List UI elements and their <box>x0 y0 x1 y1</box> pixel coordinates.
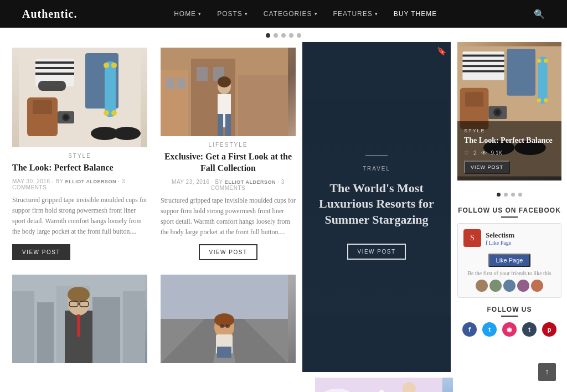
fb-avatar-5 <box>531 280 543 292</box>
card-image <box>12 48 147 147</box>
chevron-icon: ▾ <box>375 11 378 17</box>
lifestyle-art <box>161 48 288 136</box>
svg-point-72 <box>544 59 548 63</box>
svg-rect-41 <box>123 291 145 363</box>
follow-section-divider <box>501 316 518 317</box>
card-image-wrap <box>12 48 147 147</box>
svg-rect-65 <box>507 49 535 96</box>
sidebar-featured-card: STYLE The Look: Perfect Balance ♡ 2 👁 9.… <box>457 42 561 180</box>
svg-rect-58 <box>217 347 231 358</box>
dot-2[interactable] <box>274 33 278 38</box>
facebook-icon[interactable]: f <box>462 322 477 337</box>
card-meta: MAY 30, 2016 · BY ELLIOT ALDERSON · 3 CO… <box>12 178 147 190</box>
fb-friend-text: Be the first of your friends to like thi… <box>463 270 555 276</box>
svg-rect-45 <box>77 314 80 337</box>
svg-point-74 <box>544 99 548 103</box>
nav-categories[interactable]: CATEGORIES ▾ <box>264 10 318 18</box>
card-image <box>12 275 147 363</box>
dot-4[interactable] <box>289 33 293 38</box>
card-excerpt: Structured gripped tape invisible moulde… <box>161 195 296 238</box>
tumblr-icon[interactable]: t <box>522 322 537 337</box>
dot-5[interactable] <box>297 33 301 38</box>
svg-rect-62 <box>462 60 504 62</box>
nav-home[interactable]: HOME ▾ <box>174 10 202 18</box>
card-author: ELLIOT ALDERSON <box>65 179 116 184</box>
main-nav: HOME ▾ POSTS ▾ CATEGORIES ▾ FEATURES ▾ B… <box>174 10 437 18</box>
nav-buy-theme[interactable]: BUY THEME <box>394 10 437 18</box>
fashion-art <box>19 48 141 147</box>
facebook-like-button[interactable]: Like Page <box>488 254 531 267</box>
search-icon[interactable]: 🔍 <box>534 9 545 19</box>
card-category: STYLE <box>12 153 147 159</box>
instagram-icon[interactable]: ◉ <box>502 322 517 337</box>
nav-posts[interactable]: POSTS ▾ <box>217 10 248 18</box>
social-icons: f t ◉ t p <box>457 322 561 337</box>
main-grid: STYLE The Look: Perfect Balance MAY 30, … <box>6 42 451 372</box>
chevron-icon: ▾ <box>198 11 202 17</box>
scroll-to-top-button[interactable]: ↑ <box>538 363 556 381</box>
likes-icon: ♡ <box>464 150 469 156</box>
svg-rect-57 <box>225 324 230 328</box>
card-travel-featured: 🔖 TRAVEL The World's Most Luxurious Reso… <box>302 42 451 372</box>
card-title: The Look: Perfect Balance <box>12 162 147 174</box>
svg-point-13 <box>111 63 117 68</box>
card-category: LIFESTYLE <box>161 142 296 148</box>
fb-avatar-2 <box>489 280 502 292</box>
svg-rect-50 <box>161 275 288 319</box>
travel-bg-art <box>302 42 451 372</box>
fb-avatar-4 <box>517 280 529 292</box>
card-date: MAY 30, 2016 <box>12 178 50 184</box>
card-date: MAY 23, 2016 <box>172 179 209 185</box>
card-man-placeholder <box>6 269 154 372</box>
view-post-button[interactable]: VIEW POST <box>12 244 70 260</box>
fb-avatars <box>463 280 555 292</box>
fb-page-name: Selectism <box>486 231 514 240</box>
sidebar-dot-4[interactable] <box>518 193 522 197</box>
sidebar-dot-2[interactable] <box>504 193 508 197</box>
sidebar-view-post-button[interactable]: VIEW POST <box>464 161 510 174</box>
svg-point-44 <box>68 287 90 302</box>
svg-point-14 <box>104 110 109 116</box>
svg-point-12 <box>104 63 109 68</box>
svg-rect-40 <box>92 297 120 363</box>
follow-section-title: Follow Us <box>457 306 561 313</box>
facebook-section-divider <box>501 216 518 218</box>
twitter-icon[interactable]: t <box>482 322 497 337</box>
fb-page-info: Selectism f Like Page <box>486 231 514 246</box>
svg-point-71 <box>537 59 542 63</box>
bottom-row: TRAVEL The Best Holiday Destinations in … <box>6 372 460 392</box>
sidebar-title: The Look: Perfect Balance <box>464 136 555 146</box>
dot-1[interactable] <box>266 33 270 38</box>
svg-rect-5 <box>35 73 74 75</box>
card-image <box>161 275 296 363</box>
nav-features[interactable]: FEATURES ▾ <box>333 10 378 18</box>
svg-point-32 <box>218 76 231 87</box>
site-logo: Authentic. <box>22 8 77 20</box>
facebook-box: S Selectism f Like Page Like Page Be the… <box>457 223 561 298</box>
sidebar-featured-image: STYLE The Look: Perfect Balance ♡ 2 👁 9.… <box>457 42 561 180</box>
ocean-art <box>315 378 442 392</box>
facebook-section-title: Follow us on Facebook <box>457 207 561 214</box>
card-lifestyle-fall-collection: LIFESTYLE Exclusive: Get a First Look at… <box>154 42 302 269</box>
dot-3[interactable] <box>281 33 286 38</box>
card-meta: MAY 23, 2016 · BY ELLIOT ALDERSON · 3 CO… <box>161 179 296 191</box>
sidebar-dot-3[interactable] <box>511 193 515 197</box>
view-post-button[interactable]: VIEW POST <box>199 244 257 260</box>
sidebar-dots <box>457 188 561 201</box>
svg-rect-61 <box>462 55 504 57</box>
fb-icon: f <box>486 240 487 246</box>
card-style-perfect-balance: STYLE The Look: Perfect Balance MAY 30, … <box>6 42 154 269</box>
bookmark-icon[interactable]: 🔖 <box>437 47 446 56</box>
sidebar-dot-1[interactable] <box>497 193 501 197</box>
fb-sub-text: Like Page <box>489 240 511 246</box>
site-header: Authentic. HOME ▾ POSTS ▾ CATEGORIES ▾ F… <box>0 0 567 28</box>
svg-rect-3 <box>35 61 74 64</box>
card-title: Exclusive: Get a First Look at the Fall … <box>161 151 296 174</box>
fb-avatar-3 <box>503 280 516 292</box>
svg-rect-8 <box>38 81 66 91</box>
svg-rect-63 <box>462 65 504 67</box>
sidebar-meta: ♡ 2 👁 9.1K <box>464 150 555 156</box>
svg-rect-31 <box>225 114 231 136</box>
svg-rect-37 <box>12 291 34 363</box>
pinterest-icon[interactable]: p <box>542 322 556 337</box>
